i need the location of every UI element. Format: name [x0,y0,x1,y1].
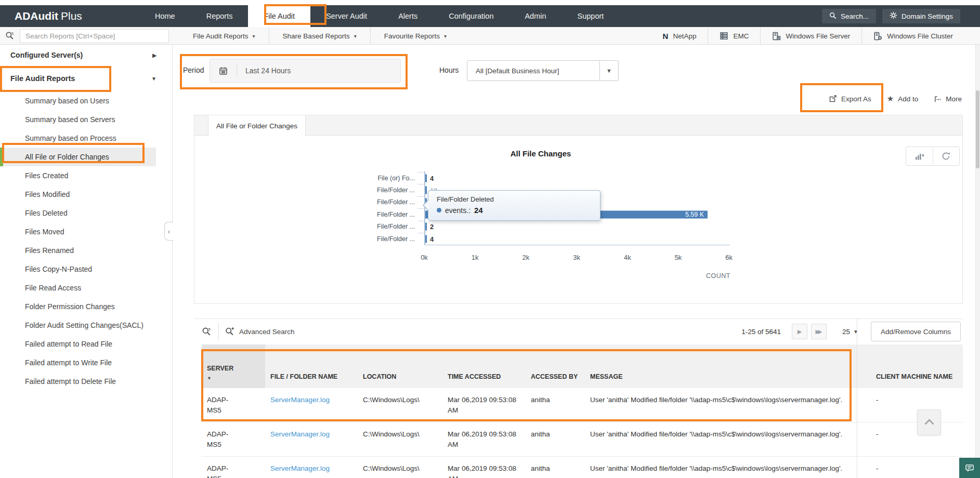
axis-tick-label: 6k [725,254,733,261]
platform-emc[interactable]: EMC [708,27,760,45]
scrollbar-thumb[interactable] [976,90,979,168]
sidebar-item-file-read-access[interactable]: File Read Access [0,278,172,297]
scroll-to-top-button[interactable] [917,409,941,435]
nav-item-admin[interactable]: Admin [509,5,561,27]
nav-item-alerts[interactable]: Alerts [383,5,433,27]
domain-settings-button[interactable]: Domain Settings [882,9,960,23]
chart-value-label: 5.59 K [685,211,708,218]
tooltip-series-label: events.: [445,206,471,215]
chart-value-label: 4 [430,174,434,182]
nav-item-configuration[interactable]: Configuration [433,5,509,27]
sidebar-item-files-modified[interactable]: Files Modified [0,185,172,204]
chart-add-icon[interactable] [906,147,933,165]
table-row[interactable]: ADAP-MS5ServerManager.logC:\Windows\Logs… [202,457,963,478]
sidebar-item-files-moved[interactable]: Files Moved [0,222,172,241]
nav-item-file-audit[interactable]: File Audit [248,5,310,27]
column-header-server[interactable]: SERVER▼ [202,344,265,388]
cell-message: User 'anitha' Modified file/folder '\\ad… [585,422,850,456]
page-scrollbar[interactable] [975,45,980,478]
last-page-button[interactable]: ▶▶ [811,324,827,339]
sidebar-item-failed-attempt-to-delete-file[interactable]: Failed attempt to Delete File [0,372,172,391]
sidebar-item-summary-based-on-users[interactable]: Summary based on Users [0,91,172,110]
platform-windows-file-server[interactable]: Windows File Server [760,27,861,45]
global-search-button[interactable]: Search... [822,9,876,23]
period-picker[interactable]: Last 24 Hours [210,59,401,83]
chart-toolbar [906,147,960,166]
chevron-down-icon: ▾ [253,33,255,39]
nav-item-reports[interactable]: Reports [191,5,249,27]
add-remove-columns-button[interactable]: Add/Remove Columns [871,322,961,341]
chevron-right-icon: ▶ [152,52,156,58]
cell-location: C:\Windows\Logs\ [358,388,442,422]
chart-row: File (or) Fo...4 [333,172,749,184]
windows-file-cluster-icon [873,32,882,41]
add-to-label: Add to [898,95,918,103]
sidebar-item-all-file-or-folder-changes[interactable]: All File or Folder Changes [0,148,156,166]
column-header-time-accessed[interactable]: TIME ACCESSED [442,344,526,388]
tab-all-file-or-folder-changes[interactable]: All File or Folder Changes [208,115,306,136]
sidebar-item-summary-based-on-servers[interactable]: Summary based on Servers [0,110,172,129]
dropdown-file-audit-reports[interactable]: File Audit Reports▾ [179,27,269,45]
chart-category-label: File/Folder ... [333,198,416,206]
advanced-search-icon[interactable] [225,327,234,336]
cell-location: C:\Windows\Logs\ [358,422,442,456]
column-header-accessed-by[interactable]: ACCESSED BY [526,344,585,388]
report-search-icon[interactable] [5,31,14,42]
advanced-search-label[interactable]: Advanced Search [239,328,295,336]
dropdown-favourite-reports[interactable]: Favourite Reports▾ [370,27,460,45]
series-dot-icon [437,208,441,213]
period-value: Last 24 Hours [245,67,291,75]
hours-label: Hours [439,66,459,74]
next-page-button[interactable]: ▶ [792,324,807,339]
cell-message: User 'anitha' Modified file/folder '\\ad… [585,457,850,478]
chevron-down-icon: ▼ [151,76,156,82]
sidebar-item-folder-permission-changes[interactable]: Folder Permission Changes [0,297,172,316]
column-header-message[interactable]: MESSAGE [585,344,850,388]
sidebar-item-failed-attempt-to-read-file[interactable]: Failed attempt to Read File [0,335,172,353]
column-header-file-folder-name[interactable]: FILE / FOLDER NAME [265,344,358,388]
sidebar-item-failed-attempt-to-write-file[interactable]: Failed attempt to Write File [0,353,172,372]
platform-windows-file-cluster[interactable]: Windows File Cluster [861,27,964,45]
nav-item-support[interactable]: Support [562,5,620,27]
chat-feedback-button[interactable] [959,458,980,478]
platform-netapp[interactable]: NNetApp [651,27,708,45]
more-button[interactable]: More [934,95,962,103]
table-row[interactable]: ADAP-MS5ServerManager.logC:\Windows\Logs… [202,422,963,457]
table-row[interactable]: ADAP-MS5ServerManager.logC:\Windows\Logs… [202,388,963,422]
period-label: Period [183,66,204,74]
column-header-client-machine-name[interactable]: CLIENT MACHINE NAME [871,344,963,388]
row-spacer [850,388,871,422]
page-size-dropdown[interactable]: 25 ▼ [842,328,858,336]
sidebar-item-files-renamed[interactable]: Files Renamed [0,241,172,260]
sidebar-item-summary-based-on-process[interactable]: Summary based on Process [0,129,172,148]
column-header-label: TIME ACCESSED [448,372,519,382]
nav-item-home[interactable]: Home [139,5,191,27]
brand-logo[interactable]: ADAuditPlus [15,10,113,22]
file-link[interactable]: ServerManager.log [270,464,330,472]
sidebar-item-files-copy-n-pasted[interactable]: Files Copy-N-Pasted [0,260,172,278]
sidebar-item-folder-audit-setting-changes-sacl[interactable]: Folder Audit Setting Changes(SACL) [0,316,172,335]
column-header-location[interactable]: LOCATION [358,344,442,388]
chart-value-label: 2 [430,223,434,231]
dropdown-share-based-reports[interactable]: Share Based Reports▾ [269,27,370,45]
add-to-button[interactable]: ★ Add to [887,94,918,103]
dropdown-label: Favourite Reports [384,32,440,40]
file-link[interactable]: ServerManager.log [270,396,330,404]
cell-server: ADAP-MS5 [202,388,265,422]
search-reports-input[interactable] [20,29,169,43]
sidebar-section-file-audit-reports[interactable]: File Audit Reports ▼ [0,65,172,91]
chart-refresh-icon[interactable] [933,147,960,165]
row-spacer [850,457,871,478]
axis-tick-label: 3k [573,254,580,261]
hours-select[interactable]: All [Default Business Hour] ▼ [467,60,619,81]
sidebar-collapse-handle[interactable]: ‹ [164,222,173,241]
file-link[interactable]: ServerManager.log [270,430,330,438]
table-search-icon[interactable] [202,327,211,336]
sidebar-item-files-deleted[interactable]: Files Deleted [0,204,172,222]
sidebar-item-files-created[interactable]: Files Created [0,166,172,185]
sidebar: Configured Server(s) ▶ File Audit Report… [0,45,173,478]
sidebar-section-configured-servers[interactable]: Configured Server(s) ▶ [0,45,172,65]
more-label: More [946,95,962,103]
export-as-button[interactable]: Export As [829,95,871,103]
nav-item-server-audit[interactable]: Server Audit [310,5,383,27]
